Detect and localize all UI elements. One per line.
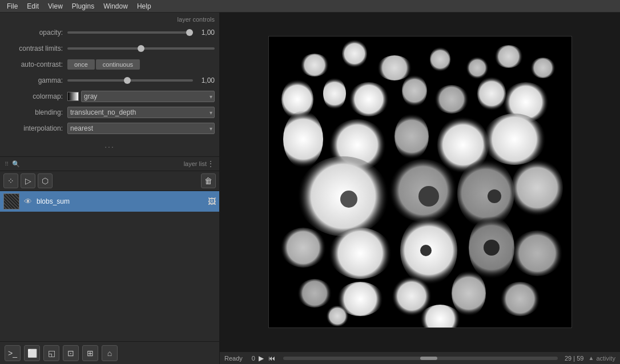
layer-type-icon: 🖼 (208, 197, 216, 206)
status-ready: Ready (224, 355, 243, 362)
menu-edit[interactable]: Edit (22, 1, 43, 11)
gamma-content: 1,00 (67, 76, 215, 84)
interpolation-row: interpolation: nearest linear cubic (5, 122, 215, 135)
more-controls-button[interactable]: ... (5, 138, 215, 152)
console-button[interactable]: >_ (5, 345, 21, 361)
contrast-slider-container (67, 47, 215, 50)
contrast-limits-label: contrast limits: (5, 45, 67, 52)
home-button[interactable]: ⌂ (102, 345, 118, 361)
blending-row: blending: translucent_no_depth transluce… (5, 106, 215, 119)
layer-visibility-button[interactable]: 👁 (23, 197, 33, 206)
points-icon: ⁘ (7, 176, 14, 185)
colormap-label: colormap: (5, 92, 67, 100)
frame-info: 29 | 59 (565, 355, 583, 362)
menu-view[interactable]: View (43, 1, 67, 11)
split-icon: ⊡ (67, 349, 74, 358)
colormap-select-wrapper: gray viridis plasma (81, 91, 215, 102)
layer-list-title: layer list (184, 160, 207, 167)
colormap-row: colormap: gray viridis plasma (5, 90, 215, 103)
gamma-label: gamma: (5, 76, 67, 84)
search-icon: 🔍 (12, 160, 20, 168)
blending-select[interactable]: translucent_no_depth translucent additiv… (67, 107, 215, 118)
gamma-value: 1,00 (198, 76, 215, 84)
left-panel: layer controls opacity: 1,00 contrast li… (0, 13, 220, 364)
gamma-row: gamma: 1,00 (5, 74, 215, 87)
add-labels-layer-button[interactable]: ⬡ (38, 173, 53, 188)
opacity-row: opacity: 1,00 (5, 26, 215, 39)
blending-select-wrapper: translucent_no_depth translucent additiv… (67, 107, 215, 118)
menu-plugins[interactable]: Plugins (67, 1, 99, 11)
layer-thumbnail (3, 193, 19, 209)
opacity-slider[interactable] (67, 31, 193, 34)
layer-list: 👁 blobs_sum 🖼 (0, 191, 219, 341)
contrast-limits-slider[interactable] (67, 47, 215, 50)
timeline-thumb[interactable] (420, 357, 437, 360)
colormap-content: gray viridis plasma (67, 91, 215, 102)
home-icon: ⌂ (107, 349, 112, 358)
skip-start-button[interactable]: ⏮ (267, 354, 276, 362)
colormap-preview-swatch (67, 92, 79, 101)
layer-list-options-icon[interactable]: ⋮ (207, 159, 215, 168)
play-button[interactable]: ▶ (257, 354, 265, 362)
playback-controls: 0 ▶ ⏮ (252, 354, 276, 362)
bottom-toolbar: >_ ⬜ ◱ ⊡ ⊞ ⌂ (0, 341, 219, 364)
gamma-slider[interactable] (67, 79, 193, 82)
grid-icon: ⊞ (87, 349, 94, 358)
canvas-area: Ready 0 ▶ ⏮ 29 | 59 ▲ activity (220, 13, 620, 364)
layer-toolbar: ⁘ ▷ ⬡ 🗑 (0, 171, 219, 191)
delete-layer-button[interactable]: 🗑 (201, 173, 216, 188)
activity-label: activity (596, 355, 615, 362)
main-area: layer controls opacity: 1,00 contrast li… (0, 13, 620, 364)
interpolation-content: nearest linear cubic (67, 123, 215, 134)
contrast-limits-content (67, 47, 215, 50)
menu-help[interactable]: Help (132, 1, 156, 11)
labels-icon: ⬡ (42, 176, 49, 185)
split-button[interactable]: ⊡ (63, 345, 79, 361)
blending-content: translucent_no_depth translucent additiv… (67, 107, 215, 118)
menu-file[interactable]: File (2, 1, 22, 11)
transform-icon: ◱ (48, 349, 55, 358)
add-shapes-layer-button[interactable]: ▷ (21, 173, 35, 188)
layer-item[interactable]: 👁 blobs_sum 🖼 (0, 191, 219, 212)
frame-number-start: 0 (252, 355, 255, 362)
interpolation-select[interactable]: nearest linear cubic (67, 123, 215, 134)
transform-button[interactable]: ◱ (43, 345, 59, 361)
auto-contrast-content: once continuous (67, 59, 215, 70)
main-canvas[interactable] (268, 36, 572, 328)
auto-contrast-row: auto-contrast: once continuous (5, 58, 215, 71)
grid-button[interactable]: ⊞ (82, 345, 98, 361)
shapes-icon: ▷ (25, 176, 31, 185)
frame-separator: | (573, 355, 575, 362)
contrast-limits-row: contrast limits: (5, 42, 215, 55)
colormap-select[interactable]: gray viridis plasma (81, 91, 215, 102)
frame-current: 29 (565, 355, 571, 362)
interpolation-select-wrapper: nearest linear cubic (67, 123, 215, 134)
thumbnail-image (4, 194, 19, 209)
layer-controls-title: layer controls (5, 16, 215, 23)
trash-icon: 🗑 (204, 176, 212, 185)
blending-label: blending: (5, 108, 67, 116)
auto-contrast-once-button[interactable]: once (67, 59, 95, 70)
layer-name: blobs_sum (37, 197, 204, 205)
ndisplay-icon: ⬜ (27, 349, 37, 358)
add-points-layer-button[interactable]: ⁘ (3, 173, 18, 188)
menubar: File Edit View Plugins Window Help (0, 0, 620, 13)
menu-window[interactable]: Window (99, 1, 132, 11)
console-icon: >_ (8, 349, 17, 358)
activity-expand-icon[interactable]: ▲ (588, 355, 594, 361)
layer-controls-panel: layer controls opacity: 1,00 contrast li… (0, 13, 219, 157)
opacity-value: 1,00 (198, 29, 215, 37)
ndisplay-button[interactable]: ⬜ (24, 345, 40, 361)
layer-list-header-right: ⋮ (207, 159, 215, 168)
layer-list-header-left: ⠿ 🔍 (5, 160, 20, 168)
colormap-select-area: gray viridis plasma (67, 91, 215, 102)
drag-handle-icon: ⠿ (5, 161, 9, 167)
interpolation-label: interpolation: (5, 124, 67, 132)
frame-total: 59 (577, 355, 583, 362)
canvas-viewport[interactable] (220, 13, 620, 351)
auto-contrast-label: auto-contrast: (5, 60, 67, 68)
opacity-label: opacity: (5, 29, 67, 37)
layer-list-header: ⠿ 🔍 layer list ⋮ (0, 157, 219, 171)
auto-contrast-continuous-button[interactable]: continuous (96, 59, 140, 70)
timeline-bar[interactable] (283, 357, 558, 360)
